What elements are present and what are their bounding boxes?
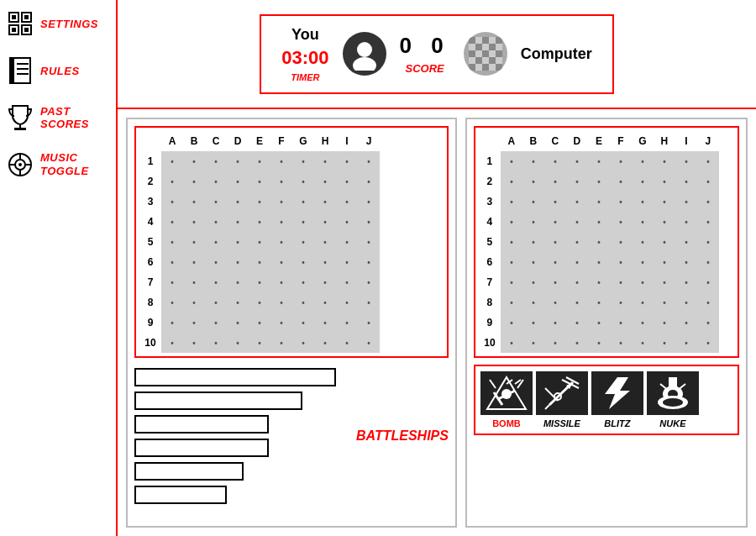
- sidebar-item-past-scores[interactable]: Past Scores: [0, 94, 116, 141]
- cell-H3[interactable]: [654, 192, 675, 212]
- cell-C8[interactable]: [205, 292, 227, 313]
- cell-G8[interactable]: [292, 292, 314, 313]
- cell-C4[interactable]: [205, 212, 227, 232]
- cell-H10[interactable]: [654, 333, 675, 353]
- cell-G10[interactable]: [292, 333, 314, 353]
- cell-B8[interactable]: [522, 292, 544, 313]
- cell-D1[interactable]: [566, 151, 588, 171]
- sidebar-item-settings[interactable]: Settings: [0, 0, 116, 47]
- cell-G9[interactable]: [292, 313, 314, 333]
- cell-A10[interactable]: [161, 333, 183, 353]
- cell-E6[interactable]: [588, 252, 610, 272]
- cell-D1[interactable]: [227, 151, 249, 171]
- cell-J9[interactable]: [697, 313, 719, 333]
- cell-A8[interactable]: [501, 292, 522, 313]
- cell-H6[interactable]: [654, 252, 675, 272]
- cell-F1[interactable]: [610, 151, 632, 171]
- cell-E1[interactable]: [249, 151, 270, 171]
- cell-F4[interactable]: [610, 212, 632, 232]
- cell-F1[interactable]: [270, 151, 292, 171]
- cell-B2[interactable]: [183, 171, 205, 192]
- cell-H2[interactable]: [314, 171, 336, 192]
- cell-F10[interactable]: [610, 333, 632, 353]
- cell-D8[interactable]: [566, 292, 588, 313]
- cell-D3[interactable]: [227, 192, 249, 212]
- weapon-missile[interactable]: Missile: [536, 371, 588, 428]
- cell-B5[interactable]: [183, 232, 205, 252]
- cell-A10[interactable]: [501, 333, 522, 353]
- cell-B5[interactable]: [522, 232, 544, 252]
- cell-J10[interactable]: [358, 333, 380, 353]
- cell-I6[interactable]: [675, 252, 697, 272]
- cell-E4[interactable]: [249, 212, 270, 232]
- cell-I1[interactable]: [675, 151, 697, 171]
- cell-E8[interactable]: [588, 292, 610, 313]
- cell-G1[interactable]: [292, 151, 314, 171]
- weapon-bomb[interactable]: Bomb: [480, 371, 533, 428]
- cell-F6[interactable]: [270, 252, 292, 272]
- cell-E10[interactable]: [588, 333, 610, 353]
- cell-C3[interactable]: [544, 192, 566, 212]
- cell-D7[interactable]: [227, 272, 249, 292]
- cell-C9[interactable]: [205, 313, 227, 333]
- cell-F7[interactable]: [610, 272, 632, 292]
- cell-E7[interactable]: [249, 272, 270, 292]
- cell-B9[interactable]: [183, 313, 205, 333]
- cell-C7[interactable]: [544, 272, 566, 292]
- cell-J4[interactable]: [358, 212, 380, 232]
- cell-G4[interactable]: [292, 212, 314, 232]
- cell-J5[interactable]: [358, 232, 380, 252]
- cell-D9[interactable]: [566, 313, 588, 333]
- cell-I3[interactable]: [336, 192, 358, 212]
- cell-J7[interactable]: [697, 272, 719, 292]
- cell-B7[interactable]: [522, 272, 544, 292]
- cell-F2[interactable]: [270, 171, 292, 192]
- cell-J4[interactable]: [697, 212, 719, 232]
- cell-J1[interactable]: [697, 151, 719, 171]
- cell-E2[interactable]: [588, 171, 610, 192]
- cell-C2[interactable]: [205, 171, 227, 192]
- cell-H1[interactable]: [654, 151, 675, 171]
- cell-E5[interactable]: [588, 232, 610, 252]
- cell-J1[interactable]: [358, 151, 380, 171]
- cell-C2[interactable]: [544, 171, 566, 192]
- cell-C1[interactable]: [544, 151, 566, 171]
- sidebar-item-rules[interactable]: Rules: [0, 47, 116, 94]
- cell-E2[interactable]: [249, 171, 270, 192]
- cell-A8[interactable]: [161, 292, 183, 313]
- cell-H3[interactable]: [314, 192, 336, 212]
- cell-D2[interactable]: [566, 171, 588, 192]
- cell-B4[interactable]: [522, 212, 544, 232]
- cell-I9[interactable]: [675, 313, 697, 333]
- cell-G2[interactable]: [292, 171, 314, 192]
- cell-F3[interactable]: [270, 192, 292, 212]
- cell-D5[interactable]: [566, 232, 588, 252]
- cell-C7[interactable]: [205, 272, 227, 292]
- cell-C1[interactable]: [205, 151, 227, 171]
- cell-H8[interactable]: [654, 292, 675, 313]
- cell-E4[interactable]: [588, 212, 610, 232]
- cell-A6[interactable]: [501, 252, 522, 272]
- cell-I8[interactable]: [336, 292, 358, 313]
- cell-F10[interactable]: [270, 333, 292, 353]
- cell-B10[interactable]: [522, 333, 544, 353]
- cell-D5[interactable]: [227, 232, 249, 252]
- cell-G8[interactable]: [632, 292, 654, 313]
- cell-E1[interactable]: [588, 151, 610, 171]
- cell-F9[interactable]: [610, 313, 632, 333]
- cell-I7[interactable]: [336, 272, 358, 292]
- cell-J6[interactable]: [697, 252, 719, 272]
- cell-A7[interactable]: [161, 272, 183, 292]
- cell-H4[interactable]: [314, 212, 336, 232]
- cell-B9[interactable]: [522, 313, 544, 333]
- cell-D10[interactable]: [227, 333, 249, 353]
- cell-I1[interactable]: [336, 151, 358, 171]
- cell-J2[interactable]: [697, 171, 719, 192]
- cell-H2[interactable]: [654, 171, 675, 192]
- cell-G4[interactable]: [632, 212, 654, 232]
- cell-I3[interactable]: [675, 192, 697, 212]
- cell-J2[interactable]: [358, 171, 380, 192]
- cell-D9[interactable]: [227, 313, 249, 333]
- cell-D2[interactable]: [227, 171, 249, 192]
- cell-B4[interactable]: [183, 212, 205, 232]
